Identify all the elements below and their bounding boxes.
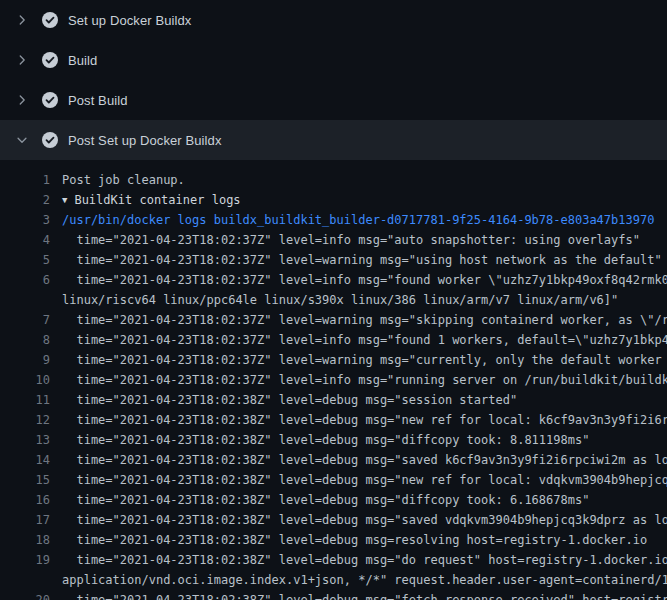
log-line: 3 /usr/bin/docker logs buildx_buildkit_b… <box>0 210 667 230</box>
log-line: 6 time="2021-04-23T18:02:37Z" level=info… <box>0 270 667 290</box>
log-line-number[interactable]: 16 <box>0 490 50 510</box>
log-line-number[interactable]: 13 <box>0 430 50 450</box>
log-line-number[interactable]: 19 <box>0 550 50 570</box>
log-line-number[interactable]: 12 <box>0 410 50 430</box>
log-line-text: time="2021-04-23T18:02:38Z" level=debug … <box>62 390 517 410</box>
log-line-text: time="2021-04-23T18:02:38Z" level=debug … <box>62 510 667 530</box>
check-circle-icon <box>42 52 58 68</box>
log-line: 20 time="2021-04-23T18:02:38Z" level=deb… <box>0 590 667 600</box>
log-line-number[interactable]: 10 <box>0 370 50 390</box>
log-line: 5 time="2021-04-23T18:02:37Z" level=warn… <box>0 250 667 270</box>
chevron-right-icon <box>14 92 30 108</box>
log-line-number[interactable]: 1 <box>0 170 50 190</box>
log-line-number[interactable]: 18 <box>0 530 50 550</box>
step-label: Set up Docker Buildx <box>68 13 191 28</box>
log-line: 15 time="2021-04-23T18:02:38Z" level=deb… <box>0 470 667 490</box>
check-circle-icon <box>42 92 58 108</box>
log-line-text: time="2021-04-23T18:02:38Z" level=debug … <box>62 450 667 470</box>
step-label: Post Build <box>68 93 128 108</box>
log-line: 11 time="2021-04-23T18:02:38Z" level=deb… <box>0 390 667 410</box>
actions-log-viewer: Set up Docker Buildx Build Post Build <box>0 0 667 600</box>
log-line-number[interactable]: 17 <box>0 510 50 530</box>
chevron-right-icon <box>14 12 30 28</box>
step-set-up-docker-buildx[interactable]: Set up Docker Buildx <box>0 0 667 40</box>
log-line-text: time="2021-04-23T18:02:37Z" level=warnin… <box>62 310 667 330</box>
log-line-text: time="2021-04-23T18:02:37Z" level=warnin… <box>62 250 662 270</box>
log-line-number[interactable]: 8 <box>0 330 50 350</box>
log-line-number[interactable]: 5 <box>0 250 50 270</box>
log-line: 2 ▼ BuildKit container logs <box>0 190 667 210</box>
log-line-text: linux/riscv64 linux/ppc64le linux/s390x … <box>62 290 618 310</box>
log-line-text: time="2021-04-23T18:02:37Z" level=info m… <box>62 370 667 390</box>
log-line-number[interactable]: 20 <box>0 590 50 600</box>
log-line: 9 time="2021-04-23T18:02:37Z" level=warn… <box>0 350 667 370</box>
log-line-number[interactable]: 6 <box>0 270 50 290</box>
log-line-text: time="2021-04-23T18:02:38Z" level=debug … <box>62 590 667 600</box>
log-line-text: time="2021-04-23T18:02:38Z" level=debug … <box>62 530 647 550</box>
log-line-text: application/vnd.oci.image.index.v1+json,… <box>62 570 667 590</box>
log-lines: 1 Post job cleanup. 2 ▼ BuildKit contain… <box>0 160 667 600</box>
step-post-set-up-docker-buildx[interactable]: Post Set up Docker Buildx <box>0 120 667 160</box>
log-line: 7 time="2021-04-23T18:02:37Z" level=warn… <box>0 310 667 330</box>
log-line: 19 time="2021-04-23T18:02:38Z" level=deb… <box>0 550 667 570</box>
log-line-number[interactable] <box>0 570 50 590</box>
step-build[interactable]: Build <box>0 40 667 80</box>
log-line: 12 time="2021-04-23T18:02:38Z" level=deb… <box>0 410 667 430</box>
step-post-build[interactable]: Post Build <box>0 80 667 120</box>
log-line-text: time="2021-04-23T18:02:37Z" level=info m… <box>62 270 667 290</box>
log-line: 4 time="2021-04-23T18:02:37Z" level=info… <box>0 230 667 250</box>
check-circle-icon <box>42 132 58 148</box>
log-line: 13 time="2021-04-23T18:02:38Z" level=deb… <box>0 430 667 450</box>
log-line-text: time="2021-04-23T18:02:37Z" level=warnin… <box>62 350 667 370</box>
log-line-number[interactable]: 4 <box>0 230 50 250</box>
log-line: 14 time="2021-04-23T18:02:38Z" level=deb… <box>0 450 667 470</box>
log-line-text: Post job cleanup. <box>62 170 185 190</box>
log-line-text: time="2021-04-23T18:02:38Z" level=debug … <box>62 490 589 510</box>
log-line-text: /usr/bin/docker logs buildx_buildkit_bui… <box>62 210 654 230</box>
log-line-number[interactable]: 7 <box>0 310 50 330</box>
step-label: Post Set up Docker Buildx <box>68 133 222 148</box>
log-line-text: time="2021-04-23T18:02:37Z" level=info m… <box>62 230 640 250</box>
log-line: 10 time="2021-04-23T18:02:37Z" level=inf… <box>0 370 667 390</box>
chevron-right-icon <box>14 52 30 68</box>
log-line-number[interactable]: 3 <box>0 210 50 230</box>
log-line-text: time="2021-04-23T18:02:38Z" level=debug … <box>62 470 667 490</box>
log-line-number[interactable]: 15 <box>0 470 50 490</box>
log-line-text: time="2021-04-23T18:02:38Z" level=debug … <box>62 550 667 570</box>
log-line-number[interactable]: 14 <box>0 450 50 470</box>
log-line: 18 time="2021-04-23T18:02:38Z" level=deb… <box>0 530 667 550</box>
log-line-text: time="2021-04-23T18:02:37Z" level=info m… <box>62 330 667 350</box>
chevron-down-icon <box>14 132 30 148</box>
log-line: 17 time="2021-04-23T18:02:38Z" level=deb… <box>0 510 667 530</box>
log-line: 8 time="2021-04-23T18:02:37Z" level=info… <box>0 330 667 350</box>
group-caret-icon[interactable]: ▼ <box>62 190 67 210</box>
step-label: Build <box>68 53 97 68</box>
log-line: application/vnd.oci.image.index.v1+json,… <box>0 570 667 590</box>
log-line: linux/riscv64 linux/ppc64le linux/s390x … <box>0 290 667 310</box>
log-line-text: BuildKit container logs <box>74 190 240 210</box>
step-list: Set up Docker Buildx Build Post Build <box>0 0 667 160</box>
log-line: 16 time="2021-04-23T18:02:38Z" level=deb… <box>0 490 667 510</box>
check-circle-icon <box>42 12 58 28</box>
log-line: 1 Post job cleanup. <box>0 170 667 190</box>
log-line-number[interactable]: 9 <box>0 350 50 370</box>
log-line-number[interactable]: 2 <box>0 190 50 210</box>
log-line-text: time="2021-04-23T18:02:38Z" level=debug … <box>62 410 667 430</box>
log-line-number[interactable] <box>0 290 50 310</box>
log-line-text: time="2021-04-23T18:02:38Z" level=debug … <box>62 430 589 450</box>
log-line-number[interactable]: 11 <box>0 390 50 410</box>
